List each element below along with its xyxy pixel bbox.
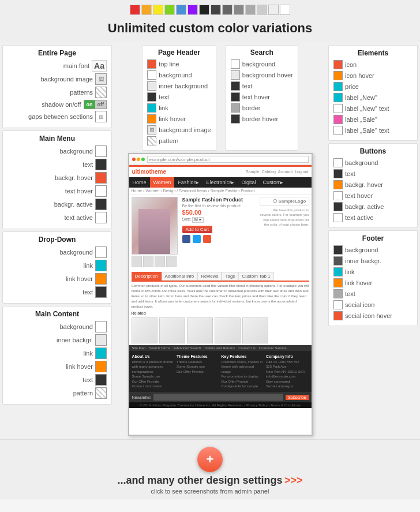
dd-link-swatch[interactable] [95,260,107,271]
nav-women[interactable]: Women [150,177,175,188]
tab-reviews[interactable]: Reviews [197,272,222,281]
ft-inner-backgr-swatch[interactable] [333,256,343,266]
thumb-4[interactable] [166,256,177,267]
nav-custom[interactable]: Custom▸ [259,177,287,188]
related-item-5[interactable] [242,317,268,343]
btn-backgr-hover-swatch[interactable] [333,180,343,189]
swatch-orange[interactable] [141,5,152,15]
btn-text-swatch[interactable] [333,169,343,178]
newsletter-subscribe-button[interactable]: Subscribe [286,395,308,400]
dd-background-swatch[interactable] [95,246,107,258]
mc-link-swatch[interactable] [95,347,107,359]
ph-pattern-swatch[interactable] [147,136,156,145]
search-background-swatch[interactable] [231,59,240,69]
search-text-hover-swatch[interactable] [231,92,240,102]
related-item-4[interactable] [215,317,241,343]
nav-home[interactable]: Home [129,177,150,188]
swatch-gray2[interactable] [234,5,244,15]
toggle-on-label[interactable]: on [84,100,95,109]
el-icon-swatch[interactable] [333,60,343,69]
swatch-green[interactable] [164,5,175,15]
ph-inner-bg-swatch[interactable] [147,81,156,91]
menu-text-active-swatch[interactable] [95,212,107,223]
add-to-cart-button[interactable]: Add to Cart [182,226,212,233]
ft-social-icon-hover-swatch[interactable] [333,311,343,320]
facebook-icon[interactable] [182,235,190,243]
swatch-black2[interactable] [211,5,221,15]
address-bar[interactable]: example.com/sample-product [147,156,309,163]
footer-nav-customer[interactable]: Customer Service [259,346,287,350]
menu-text-hover-swatch[interactable] [95,185,107,197]
nav-digital[interactable]: Digital [238,177,259,188]
swatch-yellow[interactable] [153,5,163,15]
footer-nav-advanced[interactable]: Advanced Search [174,346,201,350]
thumb-2[interactable] [143,256,153,267]
related-item-1[interactable] [132,317,158,343]
menu-backgr-hover-swatch[interactable] [95,172,107,184]
ph-text-swatch[interactable] [147,92,156,102]
shadow-toggle[interactable]: on off [84,100,107,109]
ft-link-swatch[interactable] [333,267,343,276]
twitter-icon[interactable] [193,235,201,243]
el-label-sale-swatch[interactable] [333,115,343,124]
tab-custom[interactable]: Custom Tab 1 [238,272,273,281]
gaps-icon[interactable]: ⊞ [95,111,107,122]
toggle-off-label[interactable]: off [95,100,107,109]
btn-text-active-swatch[interactable] [333,213,343,222]
tab-tags[interactable]: Tags [222,272,238,281]
mc-pattern-swatch[interactable] [95,387,107,399]
search-bg-hover-swatch[interactable] [231,70,240,80]
swatch-blue[interactable] [176,5,186,15]
menu-background-swatch[interactable] [95,145,107,157]
swatch-red[interactable] [130,5,140,15]
dd-link-hover-swatch[interactable] [95,273,107,285]
footer-nav-sitemap[interactable]: Site Map [132,346,146,350]
swatch-gray1[interactable] [222,5,232,15]
el-price-swatch[interactable] [333,82,343,91]
btn-backgr-active-swatch[interactable] [333,202,343,211]
product-size-select[interactable]: M ▾ [192,217,204,223]
swatch-purple[interactable] [187,5,198,15]
tab-description[interactable]: Description [132,272,162,281]
mc-inner-backgr-swatch[interactable] [95,334,107,346]
mc-link-hover-swatch[interactable] [95,361,107,372]
footer-nav-contact[interactable]: Contact Us [238,346,256,350]
pinterest-icon[interactable] [203,235,211,243]
related-item-2[interactable] [159,317,185,343]
thumb-3[interactable] [155,256,165,267]
search-text-swatch[interactable] [231,81,240,91]
el-label-new-swatch[interactable] [333,93,343,102]
mc-text-swatch[interactable] [95,374,107,386]
btn-text-hover-swatch[interactable] [333,191,343,200]
image-icon[interactable]: 🖼 [95,73,107,85]
ph-topline-swatch[interactable] [147,59,156,69]
plus-button[interactable]: + [197,447,223,472]
el-label-new-text-swatch[interactable] [333,104,343,113]
ph-link-swatch[interactable] [147,103,156,113]
swatch-gray5[interactable] [268,5,279,15]
ft-background-swatch[interactable] [333,245,343,255]
search-border-hover-swatch[interactable] [231,114,240,124]
footer-nav-orders[interactable]: Orders and Returns [204,346,235,350]
related-item-3[interactable] [187,317,213,343]
el-label-sale-text-swatch[interactable] [333,126,343,135]
swatch-gray4[interactable] [257,5,267,15]
patterns-swatch[interactable] [95,87,107,98]
btn-background-swatch[interactable] [333,158,343,167]
footer-nav-search[interactable]: Search Terms [149,346,170,350]
ft-link-hover-swatch[interactable] [333,278,343,287]
swatch-black1[interactable] [199,5,209,15]
search-border-swatch[interactable] [231,103,240,113]
ft-social-icon-swatch[interactable] [333,300,343,309]
font-icon[interactable]: Aa [92,60,107,72]
menu-backgr-active-swatch[interactable] [95,199,107,210]
el-icon-hover-swatch[interactable] [333,71,343,80]
menu-text-swatch[interactable] [95,159,107,170]
ft-text-swatch[interactable] [333,289,343,298]
dd-text-swatch[interactable] [95,286,107,298]
ph-link-hover-swatch[interactable] [147,114,156,124]
ph-background-swatch[interactable] [147,70,156,80]
swatch-gray3[interactable] [245,5,256,15]
swatch-white[interactable] [280,5,290,15]
newsletter-input[interactable] [153,394,284,401]
